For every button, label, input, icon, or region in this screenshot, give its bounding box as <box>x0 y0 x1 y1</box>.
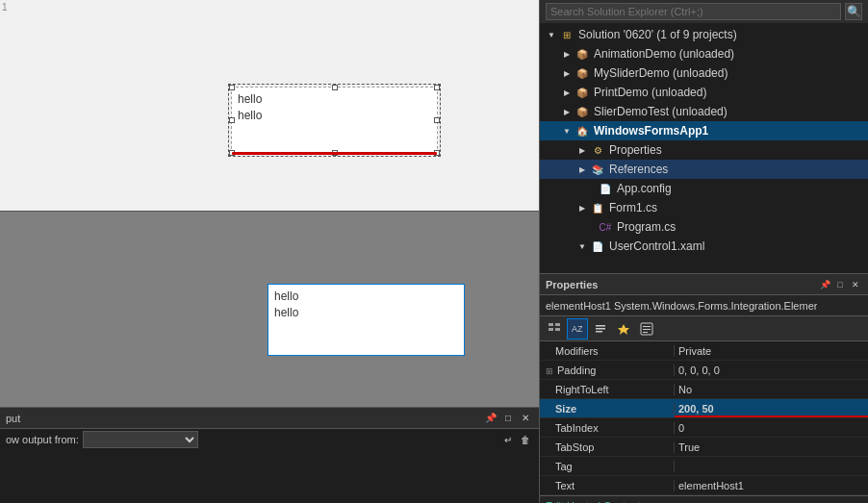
prop-row-padding[interactable]: ⊞Padding 0, 0, 0, 0 <box>540 361 868 380</box>
arrow-myslider: ▶ <box>559 69 574 78</box>
project-icon-print: 📦 <box>574 85 590 100</box>
pin-button[interactable]: 📌 <box>483 411 498 426</box>
se-search-button[interactable]: 🔍 <box>845 3 862 20</box>
prop-row-tabstop[interactable]: TabStop True <box>540 438 868 457</box>
tree-item-root[interactable]: ▼ ⊞ Solution '0620' (1 of 9 projects) <box>540 25 868 44</box>
prop-name-size: Size <box>540 403 675 415</box>
label-appconfig: App.config <box>617 182 672 195</box>
prop-row-tabindex[interactable]: TabIndex 0 <box>540 418 868 438</box>
se-toolbar: 🔍 <box>540 0 868 23</box>
label-program: Program.cs <box>617 220 676 234</box>
element-host-upper[interactable]: hello hello <box>231 87 438 154</box>
events-view-button[interactable] <box>613 318 634 340</box>
se-search-input[interactable] <box>546 3 841 20</box>
properties-panel: Properties 📌 □ ✕ elementHost1 System.Win… <box>540 274 868 503</box>
property-pages-button[interactable] <box>636 318 657 340</box>
prop-name-text: Text <box>540 480 675 491</box>
handle-tr[interactable] <box>434 85 440 90</box>
prop-object: elementHost1 System.Windows.Forms.Integr… <box>540 295 868 316</box>
tree-label-root: Solution '0620' (1 of 9 projects) <box>578 28 737 41</box>
prop-name-tag: Tag <box>540 461 675 472</box>
prop-row-righttoleft[interactable]: RightToLeft No <box>540 380 868 399</box>
arrow-print: ▶ <box>559 88 574 97</box>
tree-item-animation[interactable]: ▶ 📦 AnimationDemo (unloaded) <box>540 44 868 63</box>
handle-mr[interactable] <box>434 117 440 123</box>
tree-item-print[interactable]: ▶ 📦 PrintDemo (unloaded) <box>540 83 868 102</box>
prop-row-text[interactable]: Text elementHost1 <box>540 476 868 495</box>
prop-value-padding: 0, 0, 0, 0 <box>675 365 868 376</box>
project-icon-slier: 📦 <box>574 104 590 119</box>
tree-item-slier[interactable]: ▶ 📦 SlierDemoTest (unloaded) <box>540 102 868 121</box>
handle-tl[interactable] <box>229 85 235 90</box>
handle-tm[interactable] <box>332 85 338 90</box>
element-host-lower[interactable]: hello hello <box>268 284 465 356</box>
prop-value-righttoleft: No <box>675 384 868 395</box>
prop-value-size: 200, 50 <box>675 403 868 415</box>
host-upper-line2: hello <box>238 108 431 124</box>
prop-header: Properties 📌 □ ✕ <box>540 274 868 295</box>
left-panel: 1 hello hello <box>0 0 539 503</box>
ref-icon: 📚 <box>590 162 605 177</box>
prop-row-size[interactable]: Size 200, 50 <box>540 399 868 418</box>
tree-item-myslider[interactable]: ▶ 📦 MySliderDemo (unloaded) <box>540 63 868 83</box>
maximize-button[interactable]: □ <box>500 411 516 426</box>
tree-item-form1[interactable]: ▶ 📋 Form1.cs <box>540 198 868 217</box>
prop-name-tabindex: TabIndex <box>540 422 675 434</box>
output-panel: put 📌 □ ✕ ow output from: ↵ 🗑 <box>0 407 539 503</box>
close-button[interactable]: ✕ <box>518 411 533 426</box>
prop-maximize-button[interactable]: □ <box>833 278 847 291</box>
svg-rect-10 <box>643 326 651 327</box>
prop-name-tabstop: TabStop <box>540 441 675 453</box>
root-arrow: ▼ <box>544 31 559 39</box>
tree-item-references[interactable]: ▶ 📚 References <box>540 160 868 179</box>
file-icon-usercontrol: 📄 <box>590 239 605 254</box>
red-line-upper <box>232 152 437 155</box>
arrow-form1: ▶ <box>574 204 590 213</box>
svg-rect-7 <box>596 331 602 333</box>
label-properties: Properties <box>609 143 662 157</box>
canvas-area: 1 hello hello <box>0 0 539 503</box>
svg-rect-1 <box>555 323 560 326</box>
host-content-lower: hello hello <box>268 285 464 325</box>
output-source-select[interactable] <box>83 431 198 448</box>
output-panel-header: put 📌 □ ✕ <box>0 408 539 429</box>
prop-close-button[interactable]: ✕ <box>849 278 862 291</box>
host-content-upper: hello hello <box>232 88 437 128</box>
tree-item-usercontrol[interactable]: ▼ 📄 UserControl1.xaml <box>540 237 868 256</box>
prop-row-tag[interactable]: Tag <box>540 457 868 476</box>
svg-rect-5 <box>596 325 605 327</box>
label-usercontrol: UserControl1.xaml <box>609 239 704 253</box>
solution-icon: ⊞ <box>559 27 574 42</box>
label-winforms: WindowsFormsApp1 <box>594 124 708 138</box>
form-design-area: 1 hello hello <box>0 0 539 212</box>
tree-item-properties[interactable]: ▶ ⚙ Properties <box>540 140 868 160</box>
handle-ml[interactable] <box>229 117 235 123</box>
svg-rect-2 <box>549 328 553 331</box>
padding-expand-icon: ⊞ <box>546 366 553 376</box>
svg-rect-3 <box>555 328 560 331</box>
clear-button[interactable]: 🗑 <box>518 432 533 447</box>
tree-item-appconfig[interactable]: 📄 App.config <box>540 179 868 198</box>
prop-toolbar: AZ <box>540 316 868 341</box>
cs-icon-program: C# <box>598 219 613 235</box>
alphabetical-view-button[interactable]: AZ <box>567 318 588 340</box>
prop-row-modifiers[interactable]: Modifiers Private <box>540 341 868 361</box>
svg-rect-0 <box>549 323 553 326</box>
prop-value-text: elementHost1 <box>675 480 868 491</box>
svg-rect-12 <box>643 332 648 333</box>
host-lower-line2: hello <box>274 305 458 321</box>
categorized-view-button[interactable] <box>544 318 565 340</box>
tree-item-winforms[interactable]: ▼ 🏠 WindowsFormsApp1 <box>540 121 868 140</box>
config-icon: 📄 <box>598 181 613 196</box>
label-myslider: MySliderDemo (unloaded) <box>594 66 728 80</box>
tree-item-program[interactable]: C# Program.cs <box>540 217 868 237</box>
prop-value-modifiers: Private <box>675 345 868 357</box>
arrow-properties: ▶ <box>574 146 590 155</box>
properties-view-button[interactable] <box>590 318 611 340</box>
label-references: References <box>609 163 668 176</box>
prop-pin-button[interactable]: 📌 <box>818 278 831 291</box>
edit-hosted-content-link[interactable]: Edit Hosted Content <box>546 500 640 504</box>
prop-value-tabindex: 0 <box>675 422 868 434</box>
se-tree: ▼ ⊞ Solution '0620' (1 of 9 projects) ▶ … <box>540 23 868 273</box>
wrap-button[interactable]: ↵ <box>500 432 516 447</box>
